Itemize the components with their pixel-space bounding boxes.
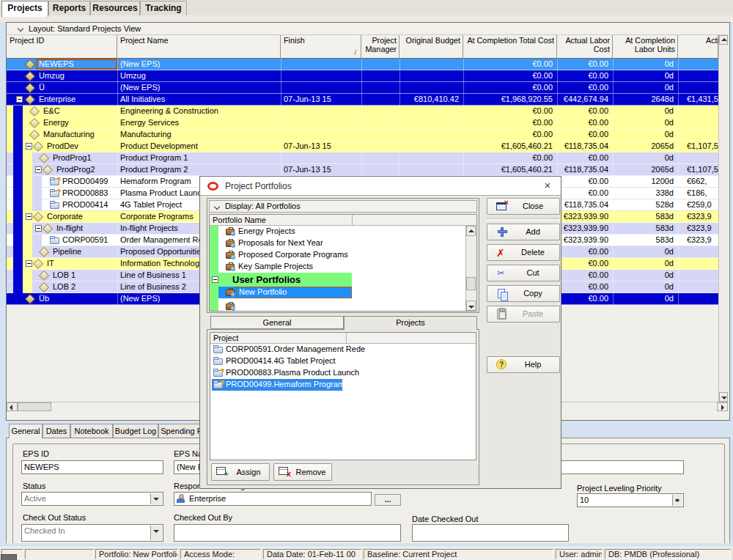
- scroll-down-button[interactable]: [466, 301, 476, 311]
- details-tab-general[interactable]: General: [9, 424, 43, 438]
- button-label: Paste: [509, 306, 556, 322]
- eps-row[interactable]: ProdDevProduct Development07-Jun-13 15€1…: [7, 141, 718, 152]
- cell-actual: €259,0: [678, 199, 718, 211]
- paste-button[interactable]: Paste: [487, 306, 560, 323]
- dropdown-arrow-icon[interactable]: [150, 526, 162, 540]
- dialog-project-item[interactable]: CORP00591.Order Management Rede: [210, 344, 476, 355]
- dialog-project-item-selected[interactable]: PROD00499.Hemaform Program: [210, 379, 476, 391]
- eps-row[interactable]: E&CEngineering & Construction€0.00€0.000…: [7, 106, 718, 117]
- tab-projects[interactable]: Projects: [1, 1, 48, 17]
- column-header-8[interactable]: At Completion Labor Units: [613, 35, 678, 59]
- dialog-project-item[interactable]: PROD00883.Plasma Product Launch: [210, 367, 476, 379]
- layout-bar[interactable]: Layout: Standard Projects View: [7, 23, 728, 35]
- spinner-buttons[interactable]: [672, 495, 682, 506]
- tab-resources[interactable]: Resources: [90, 1, 140, 15]
- scroll-up-button[interactable]: [466, 226, 476, 236]
- date-checked-out-field[interactable]: [412, 524, 569, 542]
- eps-row[interactable]: ManufacturingManufacturing€0.00€0.000d: [7, 129, 718, 141]
- collapse-toggle[interactable]: [212, 276, 218, 283]
- help-button[interactable]: ?Help: [487, 356, 560, 373]
- cell-labor: €0.00: [557, 82, 608, 94]
- collapse-toggle[interactable]: [16, 96, 23, 103]
- eps-row[interactable]: Ü(New EPS)€0.00€0.000d: [7, 82, 718, 94]
- column-header-9[interactable]: Actual: [678, 35, 718, 59]
- column-header-5[interactable]: Original Budget: [399, 35, 463, 59]
- details-tab-dates[interactable]: Dates: [43, 424, 70, 438]
- add-button[interactable]: Add: [487, 224, 560, 240]
- cell-total: €0.00: [463, 70, 553, 82]
- scroll-right-icon: [721, 405, 724, 410]
- eps-node-icon: [43, 165, 53, 175]
- eps-row[interactable]: ProdProg2Product Program 207-Jun-13 15€1…: [7, 164, 718, 176]
- portfolio-item-label: New Portfolio: [239, 287, 287, 298]
- cell-units: 0d: [613, 270, 674, 281]
- button-separator: [487, 218, 560, 221]
- status-combo[interactable]: Active: [21, 492, 163, 506]
- scroll-down-button[interactable]: [719, 392, 728, 402]
- display-bar[interactable]: Display: All Portfolios: [209, 200, 477, 213]
- column-header-4[interactable]: Project Manager: [361, 35, 399, 59]
- eps-row[interactable]: NEWEPS(New EPS)€0.00€0.000d: [7, 59, 718, 70]
- portfolio-item-partial[interactable]: [210, 299, 466, 311]
- scroll-right-button[interactable]: [717, 402, 728, 411]
- responsible-manager-field[interactable]: Enterprise: [174, 492, 372, 506]
- column-header-7[interactable]: Actual Labor Cost: [557, 35, 613, 59]
- portfolio-item[interactable]: Proposed Corporate Programs: [210, 249, 466, 261]
- cut-button[interactable]: ✂Cut: [487, 265, 560, 281]
- column-header-6[interactable]: At Completion Total Cost: [463, 35, 557, 59]
- assign-button[interactable]: + Assign: [211, 463, 270, 481]
- column-header-3[interactable]: Finish/: [281, 35, 361, 59]
- details-tab-notebook[interactable]: Notebook: [70, 424, 113, 438]
- collapse-toggle[interactable]: [26, 260, 32, 267]
- scroll-left-button[interactable]: [7, 402, 18, 411]
- checked-out-by-field[interactable]: [174, 524, 401, 542]
- portfolio-item[interactable]: Proposals for Next Year: [210, 237, 466, 249]
- scroll-up-button[interactable]: [719, 35, 728, 45]
- delete-button[interactable]: ✗Delete: [487, 244, 560, 261]
- collapse-toggle[interactable]: [26, 213, 32, 220]
- scroll-thumb[interactable]: [466, 277, 476, 290]
- cell-labor: €118,735.04: [557, 164, 608, 176]
- cell-labor: €0.00: [557, 59, 608, 70]
- cell-labor: €323,939.90: [557, 223, 608, 235]
- eps-row[interactable]: ProdProg1Product Program 1€0.00€0.000d: [7, 152, 718, 164]
- eps-row[interactable]: EnergyEnergy Services€0.00€0.000d: [7, 117, 718, 129]
- portfolio-group-row[interactable]: User Portfolios: [210, 273, 352, 287]
- status-cell: Access Mode:: [180, 549, 261, 559]
- collapse-toggle[interactable]: [35, 225, 42, 232]
- project-leveling-priority-field[interactable]: 10: [577, 493, 684, 507]
- collapse-toggle[interactable]: [35, 166, 42, 173]
- column-header-2[interactable]: Project Name: [117, 35, 281, 59]
- portfolio-item[interactable]: Key Sample Projects: [210, 261, 466, 273]
- column-divider[interactable]: [346, 333, 347, 344]
- tab-reports[interactable]: Reports: [48, 1, 90, 15]
- cell-labor: €0.00: [557, 106, 608, 117]
- details-tab-budget-log[interactable]: Budget Log: [113, 424, 158, 438]
- eps-id-field[interactable]: NEWEPS: [21, 460, 163, 474]
- browse-button[interactable]: ...: [375, 494, 401, 506]
- portfolio-icon: [226, 290, 235, 296]
- dialog-tab-general[interactable]: General: [210, 316, 344, 329]
- check-out-status-combo[interactable]: Checked In: [21, 524, 163, 542]
- portfolio-item-selected[interactable]: New Portfolio: [210, 287, 466, 299]
- eps-row[interactable]: UmzugUmzug€0.00€0.000d: [7, 70, 718, 82]
- close-icon[interactable]: ×: [542, 179, 553, 191]
- remove-button[interactable]: x Remove: [273, 463, 332, 481]
- scroll-thumb[interactable]: [18, 402, 51, 411]
- dialog-tab-projects[interactable]: Projects: [344, 316, 477, 330]
- tab-tracking[interactable]: Tracking: [140, 1, 187, 15]
- close-button[interactable]: Close: [487, 198, 560, 215]
- cell-units: 0d: [613, 117, 674, 129]
- copy-button[interactable]: Copy: [487, 285, 560, 302]
- portfolio-list-scrollbar[interactable]: [465, 226, 476, 311]
- project-icon: [213, 347, 223, 353]
- paste-icon: [497, 309, 507, 320]
- dialog-project-item[interactable]: PROD00414.4G Tablet Project: [210, 355, 476, 367]
- vertical-scrollbar[interactable]: [718, 35, 729, 402]
- dropdown-arrow-icon[interactable]: [150, 493, 162, 504]
- eps-row[interactable]: EnterpriseAll Initiatives07-Jun-13 15€81…: [7, 94, 718, 106]
- column-divider[interactable]: [352, 215, 353, 226]
- portfolio-item[interactable]: Energy Projects: [210, 226, 466, 237]
- collapse-toggle[interactable]: [26, 143, 32, 150]
- column-header-1[interactable]: Project ID: [7, 35, 117, 59]
